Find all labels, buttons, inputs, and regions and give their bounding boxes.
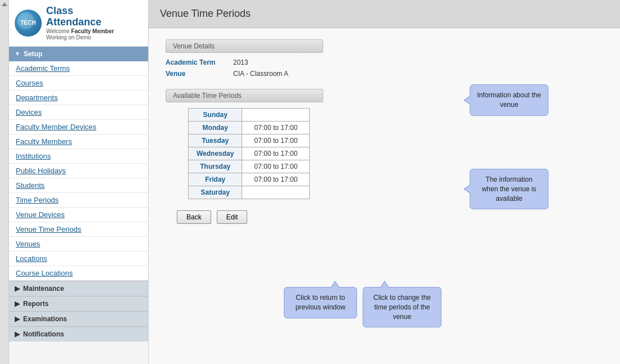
sidebar-item-faculty-member-devices[interactable]: Faculty Member Devices (9, 120, 148, 134)
sidebar-item-institutions[interactable]: Institutions (9, 149, 148, 164)
sidebar-item-course-locations[interactable]: Course Locations (9, 266, 148, 281)
time-cell: 07:00 to 17:00 (242, 160, 310, 173)
back-tooltip-text: Click to return to previous window (296, 294, 346, 311)
table-row: Saturday (189, 186, 310, 199)
time-periods-table: SundayMonday07:00 to 17:00Tuesday07:00 t… (188, 108, 310, 199)
time-cell: 07:00 to 17:00 (242, 173, 310, 186)
table-row: Sunday (189, 109, 310, 122)
sidebar-item-students[interactable]: Students (9, 178, 148, 193)
table-row: Friday07:00 to 17:00 (189, 173, 310, 186)
time-info-tooltip-text: The information when the venue is availa… (482, 176, 537, 203)
notifications-section[interactable]: ▶ Notifications (9, 326, 148, 341)
edit-tooltip-text: Click to change the time periods of the … (373, 294, 431, 321)
academic-term-value: 2013 (233, 59, 248, 66)
time-cell: 07:00 to 17:00 (242, 134, 310, 147)
back-button[interactable]: Back (177, 210, 211, 224)
welcome-text: Welcome Faculty Member Working on Demo (46, 28, 114, 41)
sidebar-item-departments[interactable]: Departments (9, 91, 148, 105)
day-cell: Wednesday (189, 147, 242, 160)
examinations-arrow-icon: ▶ (15, 315, 20, 323)
venue-row: Venue CIA - Classroom A (166, 70, 603, 78)
time-info-tooltip: The information when the venue is availa… (470, 169, 548, 209)
edit-button[interactable]: Edit (217, 210, 248, 224)
sidebar: TECH Class Attendance Welcome Faculty Me… (9, 0, 149, 364)
logo-tech-text: TECH (20, 20, 35, 26)
setup-label: Setup (24, 50, 42, 58)
notifications-arrow-icon: ▶ (15, 330, 20, 338)
scroll-up-arrow[interactable] (2, 2, 7, 6)
page-title: Venue Time Periods (149, 0, 620, 28)
action-buttons: Back Edit (177, 210, 603, 224)
sidebar-item-public-holidays[interactable]: Public Holidays (9, 164, 148, 178)
reports-label: Reports (23, 300, 48, 308)
examinations-label: Examinations (23, 315, 67, 323)
sidebar-item-venues[interactable]: Venues (9, 237, 148, 251)
sidebar-item-locations[interactable]: Locations (9, 251, 148, 266)
table-row: Tuesday07:00 to 17:00 (189, 134, 310, 147)
time-cell: 07:00 to 17:00 (242, 147, 310, 160)
maintenance-arrow-icon: ▶ (15, 285, 20, 293)
venue-label: Venue (166, 70, 233, 78)
reports-section[interactable]: ▶ Reports (9, 296, 148, 311)
academic-term-row: Academic Term 2013 (166, 59, 603, 66)
venue-details-header: Venue Details (166, 39, 323, 53)
day-cell: Sunday (189, 109, 242, 122)
content-area: Venue Details Academic Term 2013 Venue C… (149, 28, 620, 235)
day-cell: Friday (189, 173, 242, 186)
academic-term-label: Academic Term (166, 59, 233, 66)
sidebar-item-devices[interactable]: Devices (9, 105, 148, 120)
sidebar-item-faculty-members[interactable]: Faculty Members (9, 134, 148, 149)
sidebar-item-academic-terms[interactable]: Academic Terms (9, 61, 148, 76)
back-tooltip: Click to return to previous window (284, 287, 357, 318)
day-cell: Monday (189, 122, 242, 134)
logo-text: Class Attendance Welcome Faculty Member … (46, 6, 114, 41)
day-cell: Saturday (189, 186, 242, 199)
table-row: Monday07:00 to 17:00 (189, 122, 310, 134)
time-cell: 07:00 to 17:00 (242, 122, 310, 134)
sidebar-item-courses[interactable]: Courses (9, 76, 148, 91)
examinations-section[interactable]: ▶ Examinations (9, 311, 148, 326)
maintenance-label: Maintenance (23, 285, 64, 293)
day-cell: Tuesday (189, 134, 242, 147)
sidebar-item-time-periods[interactable]: Time Periods (9, 193, 148, 208)
setup-arrow-icon: ▼ (15, 51, 20, 57)
venue-info-tooltip-text: Information about the venue (477, 91, 541, 109)
sidebar-header: TECH Class Attendance Welcome Faculty Me… (9, 0, 148, 47)
venue-value: CIA - Classroom A (233, 70, 288, 78)
notifications-label: Notifications (23, 330, 64, 338)
sidebar-item-venue-time-periods[interactable]: Venue Time Periods (9, 222, 148, 237)
table-row: Wednesday07:00 to 17:00 (189, 147, 310, 160)
scroll-indicator[interactable] (0, 0, 9, 364)
available-time-periods-header: Available Time Periods (166, 89, 323, 102)
app-title: Class Attendance (46, 6, 114, 28)
edit-tooltip: Click to change the time periods of the … (363, 287, 441, 327)
day-cell: Thursday (189, 160, 242, 173)
venue-info-tooltip: Information about the venue (470, 84, 548, 116)
reports-arrow-icon: ▶ (15, 300, 20, 308)
maintenance-section[interactable]: ▶ Maintenance (9, 281, 148, 296)
logo-icon: TECH (15, 10, 42, 37)
sidebar-item-venue-devices[interactable]: Venue Devices (9, 208, 148, 222)
time-cell (242, 186, 310, 199)
venue-details-section: Venue Details Academic Term 2013 Venue C… (166, 39, 603, 78)
setup-section[interactable]: ▼ Setup (9, 47, 148, 61)
time-cell (242, 109, 310, 122)
main-content: Venue Time Periods Venue Details Academi… (149, 0, 620, 364)
table-row: Thursday07:00 to 17:00 (189, 160, 310, 173)
